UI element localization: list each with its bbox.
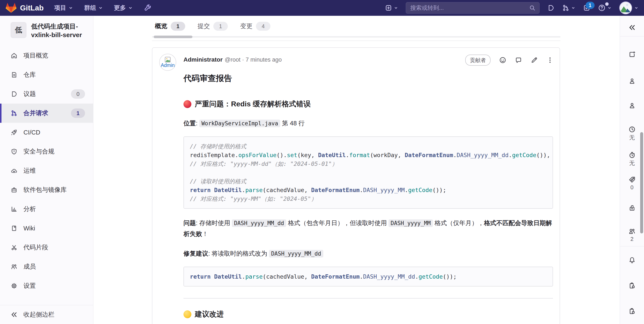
navbar-menu: 项目 群组 更多 [54,4,133,12]
edit-pencil-icon[interactable] [531,56,538,64]
wiki-book-icon [11,225,18,232]
menu-groups[interactable]: 群组 [84,4,103,12]
sidebar-item-cicd[interactable]: CI/CD [0,123,93,142]
sidebar-item-issues[interactable]: 议题 0 [0,84,93,104]
assignee-button[interactable] [620,78,644,84]
clock-icon [628,126,636,133]
report-title: 代码审查报告 [184,73,553,84]
collapse-right-sidebar-button[interactable] [620,24,644,31]
sidebar-item-analytics[interactable]: 分析 [0,200,93,219]
user-avatar [619,2,632,14]
person-icon [628,78,636,84]
reviewer-button[interactable] [620,102,644,109]
new-item-dropdown[interactable] [385,4,398,12]
global-search[interactable] [406,2,540,14]
sidebar-item-packages[interactable]: 软件包与镜像库 [0,180,93,200]
merge-request-icon [562,4,570,12]
todo-add-icon [628,51,636,58]
comment-author[interactable]: Administrator [184,56,223,63]
chevron-down-icon [634,6,638,10]
chevron-down-icon [607,6,612,10]
navbar-right-cluster: 1 [385,2,638,14]
divider [620,36,644,36]
search-icon [529,5,536,11]
members-icon [11,263,18,270]
issues-icon [11,90,18,98]
issues-dashboard-icon[interactable] [547,4,554,12]
tab-commits-badge: 1 [213,22,228,31]
top-navbar: GitLab 项目 群组 更多 [0,0,644,16]
location-line: 位置: WorkDayServiceImpl.java 第 48 行 [184,118,553,129]
comment-body: 代码审查报告 严重问题：Redis 缓存解析格式错误 位置: WorkDaySe… [184,73,553,324]
user-menu[interactable] [619,2,638,14]
notification-dot [605,2,608,6]
fix-suggestion-paragraph: 修复建议: 将读取时的格式改为 DASH_yyyy_MM_dd [184,248,553,259]
comment-header: Administrator @root · 7 minutes ago [184,56,282,63]
chevron-down-icon [128,6,133,10]
comment-bubble-icon[interactable] [515,56,522,64]
sidebar-item-repository[interactable]: 仓库 [0,65,93,84]
merge-requests-count-badge: 1 [71,108,85,118]
merge-requests-dropdown[interactable] [562,4,576,12]
copy-email-button[interactable] [620,308,644,315]
tab-overview[interactable]: 概览 1 [155,22,185,31]
collapse-sidebar-button[interactable]: 收起侧边栏 [0,305,93,324]
plus-square-icon [385,4,392,12]
shield-icon [11,148,18,155]
comment-meta: @root · 7 minutes ago [225,56,282,63]
rocket-icon [11,129,18,136]
person-icon [628,102,636,109]
page-vertical-scrollbar[interactable] [640,132,643,234]
gitlab-tanuki-logo [6,2,16,13]
clipboard-icon [628,308,636,315]
mr-main-content: 概览 1 提交 1 变更 4 Admin Administrator @root… [94,16,620,324]
double-chevron-left-icon [11,311,18,318]
sidebar-item-snippets[interactable]: 代码片段 [0,238,93,257]
critical-issue-heading: 严重问题：Redis 缓存解析格式错误 [184,99,553,109]
stopwatch-icon [628,151,636,158]
comment-avatar: Admin [159,54,176,71]
todos-button[interactable]: 1 [583,4,590,12]
sidebar-item-merge-requests[interactable]: 合并请求 1 [0,104,93,123]
help-dropdown[interactable] [598,4,612,12]
improvement-heading: 建议改进 [184,309,553,319]
double-chevron-left-icon [628,24,636,31]
divider [184,298,553,299]
tabs-horizontal-scrollbar[interactable] [152,36,560,38]
horizontal-scrollbar-thumb[interactable] [154,36,192,38]
copy-reference-button[interactable] [620,282,644,289]
sidebar-nav-list: 项目概览 仓库 议题 0 合并请求 1 CI/CD 安全与合规 运维 [0,46,93,296]
tab-commits[interactable]: 提交 1 [198,22,228,31]
menu-more[interactable]: 更多 [114,4,133,12]
contributor-badge: 贡献者 [465,54,490,66]
tab-changes[interactable]: 变更 4 [240,22,270,31]
file-document-icon [11,72,18,78]
scissors-icon [11,244,18,251]
admin-wrench-icon[interactable] [144,4,152,12]
menu-projects[interactable]: 项目 [54,4,73,12]
emoji-smiley-icon[interactable] [499,56,506,64]
kebab-menu-icon[interactable] [546,56,554,64]
project-sidebar: 低 低代码生成项目-vxlink-bill-server 项目概览 仓库 议题 … [0,16,93,324]
sidebar-item-members[interactable]: 成员 [0,257,93,276]
tab-changes-badge: 4 [256,22,270,31]
time-tracking-value: 无 [629,160,635,167]
sidebar-item-operations[interactable]: 运维 [0,161,93,180]
yellow-circle-emoji [184,310,191,318]
clipboard-icon [628,282,636,289]
sidebar-item-settings[interactable]: 设置 [0,276,93,296]
notifications-button[interactable] [620,256,644,264]
sidebar-item-project-overview[interactable]: 项目概览 [0,46,93,65]
gear-icon [11,282,18,289]
avatar-alt-text: Admin [161,63,174,68]
sidebar-item-wiki[interactable]: Wiki [0,219,93,238]
sidebar-item-security[interactable]: 安全与合规 [0,142,93,161]
add-todo-button[interactable] [620,51,644,58]
home-icon [11,52,18,59]
gitlab-brand[interactable]: GitLab [6,2,44,13]
divider [620,246,644,246]
mr-tabs: 概览 1 提交 1 变更 4 [155,22,270,31]
tabs-bottom-border [152,40,560,41]
search-input[interactable] [410,4,526,12]
project-header[interactable]: 低 低代码生成项目-vxlink-bill-server [0,16,93,41]
